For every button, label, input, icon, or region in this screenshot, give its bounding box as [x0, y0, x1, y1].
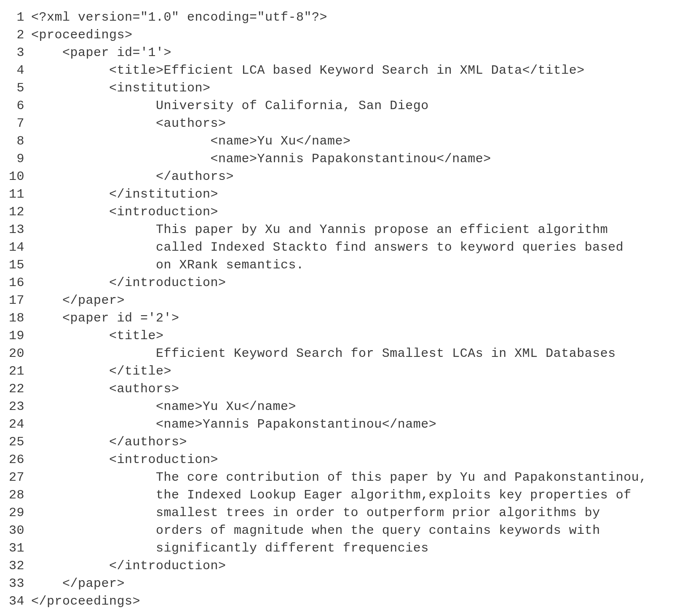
code-line: 26 <introduction> [0, 451, 674, 469]
line-code: <authors> [31, 115, 674, 132]
line-number: 11 [0, 185, 31, 203]
line-code: <institution> [31, 79, 674, 97]
code-line: 8 <name>Yu Xu</name> [0, 132, 674, 150]
line-number: 4 [0, 62, 31, 79]
line-code: called Indexed Stackto find answers to k… [31, 238, 674, 256]
line-code: </introduction> [31, 557, 674, 575]
line-code: University of California, San Diego [31, 97, 674, 115]
line-code: <introduction> [31, 203, 674, 221]
code-line: 21 </title> [0, 362, 674, 380]
line-number: 9 [0, 150, 31, 168]
line-number: 2 [0, 26, 31, 44]
line-code: </paper> [31, 575, 674, 592]
code-line: 11 </institution> [0, 185, 674, 203]
line-code: This paper by Xu and Yannis propose an e… [31, 221, 674, 238]
line-number: 12 [0, 203, 31, 221]
code-line: 13 This paper by Xu and Yannis propose a… [0, 221, 674, 238]
code-line: 10 </authors> [0, 168, 674, 185]
line-code: </authors> [31, 168, 674, 185]
line-number: 30 [0, 522, 31, 539]
line-number: 22 [0, 380, 31, 398]
line-code: smallest trees in order to outperform pr… [31, 504, 674, 522]
line-number: 13 [0, 221, 31, 238]
code-line: 12 <introduction> [0, 203, 674, 221]
line-code: the Indexed Lookup Eager algorithm,explo… [31, 486, 674, 504]
code-line: 17 </paper> [0, 292, 674, 309]
line-code: <?xml version="1.0" encoding="utf-8"?> [31, 8, 674, 26]
code-line: 27 The core contribution of this paper b… [0, 469, 674, 486]
code-line: 2<proceedings> [0, 26, 674, 44]
code-line: 6 University of California, San Diego [0, 97, 674, 115]
code-line: 5 <institution> [0, 79, 674, 97]
line-code: <title>Efficient LCA based Keyword Searc… [31, 62, 674, 79]
line-number: 23 [0, 398, 31, 415]
line-number: 33 [0, 575, 31, 592]
line-number: 14 [0, 238, 31, 256]
line-code: The core contribution of this paper by Y… [31, 469, 674, 486]
code-line: 9 <name>Yannis Papakonstantinou</name> [0, 150, 674, 168]
code-line: 7 <authors> [0, 115, 674, 132]
code-line: 30 orders of magnitude when the query co… [0, 522, 674, 539]
line-number: 6 [0, 97, 31, 115]
line-number: 17 [0, 292, 31, 309]
line-code: orders of magnitude when the query conta… [31, 522, 674, 539]
line-code: <paper id ='2'> [31, 309, 674, 327]
line-code: </paper> [31, 292, 674, 309]
code-line: 14 called Indexed Stackto find answers t… [0, 238, 674, 256]
line-code: <authors> [31, 380, 674, 398]
line-code: </proceedings> [31, 592, 674, 610]
code-line: 34</proceedings> [0, 592, 674, 610]
line-code: </title> [31, 362, 674, 380]
code-line: 29 smallest trees in order to outperform… [0, 504, 674, 522]
code-line: 18 <paper id ='2'> [0, 309, 674, 327]
line-code: <introduction> [31, 451, 674, 469]
code-line: 3 <paper id='1'> [0, 44, 674, 62]
line-code: <title> [31, 327, 674, 345]
code-line: 33 </paper> [0, 575, 674, 592]
line-number: 27 [0, 469, 31, 486]
line-number: 18 [0, 309, 31, 327]
line-code: </authors> [31, 433, 674, 451]
code-line: 19 <title> [0, 327, 674, 345]
code-line: 1<?xml version="1.0" encoding="utf-8"?> [0, 8, 674, 26]
line-number: 32 [0, 557, 31, 575]
line-number: 25 [0, 433, 31, 451]
line-number: 8 [0, 132, 31, 150]
line-number: 15 [0, 256, 31, 274]
line-number: 3 [0, 44, 31, 62]
line-code: on XRank semantics. [31, 256, 674, 274]
line-code: <name>Yu Xu</name> [31, 132, 674, 150]
code-listing: 1<?xml version="1.0" encoding="utf-8"?>2… [0, 8, 674, 610]
line-code: </introduction> [31, 274, 674, 292]
line-code: <name>Yu Xu</name> [31, 398, 674, 415]
code-line: 20 Efficient Keyword Search for Smallest… [0, 345, 674, 362]
code-line: 28 the Indexed Lookup Eager algorithm,ex… [0, 486, 674, 504]
code-line: 22 <authors> [0, 380, 674, 398]
line-number: 5 [0, 79, 31, 97]
line-code: <proceedings> [31, 26, 674, 44]
line-number: 21 [0, 362, 31, 380]
code-line: 15 on XRank semantics. [0, 256, 674, 274]
line-number: 16 [0, 274, 31, 292]
line-code: <name>Yannis Papakonstantinou</name> [31, 415, 674, 433]
line-code: </institution> [31, 185, 674, 203]
line-number: 26 [0, 451, 31, 469]
line-code: <paper id='1'> [31, 44, 674, 62]
line-number: 10 [0, 168, 31, 185]
code-line: 4 <title>Efficient LCA based Keyword Sea… [0, 62, 674, 79]
code-line: 31 significantly different frequencies [0, 539, 674, 557]
line-number: 7 [0, 115, 31, 132]
code-line: 16 </introduction> [0, 274, 674, 292]
line-code: significantly different frequencies [31, 539, 674, 557]
code-line: 32 </introduction> [0, 557, 674, 575]
code-line: 23 <name>Yu Xu</name> [0, 398, 674, 415]
code-line: 25 </authors> [0, 433, 674, 451]
line-number: 34 [0, 592, 31, 610]
line-number: 19 [0, 327, 31, 345]
line-number: 1 [0, 8, 31, 26]
line-number: 28 [0, 486, 31, 504]
line-code: <name>Yannis Papakonstantinou</name> [31, 150, 674, 168]
line-number: 31 [0, 539, 31, 557]
line-number: 29 [0, 504, 31, 522]
code-line: 24 <name>Yannis Papakonstantinou</name> [0, 415, 674, 433]
